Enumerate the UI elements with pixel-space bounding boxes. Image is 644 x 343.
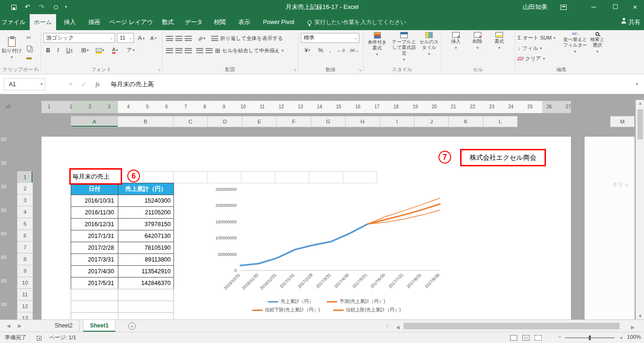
value-cell[interactable]: 64207130 — [118, 230, 174, 242]
sort-filter-button[interactable]: AZ↓並べ替えとフィルター▾ — [563, 32, 587, 55]
clipboard-dialog-launcher-icon[interactable]: ↘ — [36, 68, 39, 72]
column-header[interactable]: C — [173, 116, 208, 127]
increase-font-button[interactable]: A▲ — [136, 33, 147, 43]
value-cell[interactable]: 113542910 — [118, 266, 174, 278]
currency-format-button[interactable]: ¥▾ — [301, 45, 314, 55]
tell-me-box[interactable]: 実行したい作業を入力してください — [307, 14, 406, 30]
bold-button[interactable]: B — [43, 45, 53, 55]
close-button[interactable]: × — [626, 0, 644, 14]
horizontal-scroll-thumb[interactable] — [404, 323, 619, 329]
scroll-down-icon[interactable]: ▼ — [636, 314, 644, 318]
macro-record-icon[interactable] — [37, 335, 41, 341]
formula-input[interactable]: 毎月末の売上高 — [111, 78, 154, 90]
insert-function-button[interactable]: fx — [91, 78, 104, 90]
column-header[interactable]: D — [208, 116, 242, 127]
column-header[interactable]: K — [449, 116, 483, 127]
forecast-chart[interactable]: 0500000001000000001500000002000000002500… — [205, 184, 448, 320]
page-break-view-button[interactable] — [535, 335, 542, 341]
fill-button[interactable]: ↓フィル▾ — [518, 43, 542, 53]
decrease-decimal-button[interactable]: .00→ — [348, 45, 360, 55]
row-header[interactable]: 7 — [17, 242, 33, 253]
merge-center-button[interactable]: ⊞セルを結合して中央揃え▾ — [215, 45, 283, 56]
number-dialog-launcher-icon[interactable]: ↘ — [358, 68, 362, 72]
tab-draw[interactable]: 描画 — [83, 14, 105, 30]
vertical-scrollbar[interactable]: ▲ ▼ — [636, 100, 644, 319]
decrease-indent-button[interactable] — [195, 46, 204, 56]
format-as-table-button[interactable]: テーブルとして書式設定▾ — [390, 32, 418, 63]
cell-styles-button[interactable]: セルのスタイル▾ — [419, 32, 439, 57]
value-cell[interactable]: 142846370 — [118, 278, 174, 289]
column-header[interactable]: H — [346, 116, 380, 127]
autosum-button[interactable]: Σオート SUM▾ — [518, 33, 555, 42]
sheet-tab-sheet2[interactable]: Sheet2 — [48, 320, 80, 332]
column-header[interactable]: B — [118, 116, 173, 127]
row-header[interactable]: 6 — [17, 230, 33, 242]
value-cell[interactable]: 78105190 — [118, 242, 174, 254]
paste-button[interactable]: 貼り付け ▾ — [1, 32, 22, 64]
row-header[interactable]: 12 — [17, 301, 33, 312]
horizontal-scrollbar[interactable]: ◀ ▶ — [395, 321, 636, 331]
account-name[interactable]: 山田知美 — [519, 0, 552, 14]
date-cell[interactable]: 2017/1/31 — [71, 230, 118, 242]
percent-format-button[interactable]: % — [316, 45, 325, 55]
value-cell[interactable]: 89113800 — [118, 254, 174, 266]
increase-indent-button[interactable] — [205, 46, 213, 56]
row-header[interactable]: 8 — [17, 253, 33, 265]
alignment-dialog-launcher-icon[interactable]: ↘ — [293, 68, 297, 72]
increase-decimal-button[interactable]: ←.0 — [335, 45, 347, 55]
value-cell[interactable]: 15240300 — [118, 195, 174, 207]
underline-button[interactable]: U▾ — [63, 45, 75, 55]
align-middle-button[interactable] — [174, 33, 183, 43]
empty-cell[interactable] — [71, 301, 118, 313]
row-header[interactable]: 10 — [17, 277, 33, 289]
date-cell[interactable]: 2016/10/31 — [71, 195, 118, 207]
row-header[interactable]: 5 — [17, 218, 33, 230]
column-header[interactable]: G — [311, 116, 346, 127]
align-center-button[interactable] — [174, 46, 183, 56]
format-painter-button[interactable] — [24, 54, 34, 63]
date-cell[interactable]: 2017/5/31 — [71, 278, 118, 289]
zoom-level[interactable]: 100% — [627, 334, 641, 340]
tab-review[interactable]: 校閲 — [209, 14, 231, 30]
minimize-button[interactable]: ─ — [586, 0, 601, 14]
ribbon-display-options-button[interactable] — [557, 0, 570, 14]
date-cell[interactable]: 2017/4/30 — [71, 266, 118, 278]
sheet-nav-right-icon[interactable]: ▶ — [18, 320, 22, 332]
column-header-far[interactable]: M — [610, 116, 635, 127]
legend-item[interactable]: 信頼上限(売上累計（円）) — [333, 307, 401, 313]
row-header[interactable]: 11 — [17, 289, 33, 301]
column-header[interactable]: F — [277, 116, 311, 127]
new-sheet-button[interactable]: ＋ — [128, 322, 136, 330]
align-right-button[interactable] — [184, 46, 192, 56]
row-header[interactable]: 2 — [17, 183, 33, 195]
formula-bar-expand-icon[interactable]: ▾ — [633, 78, 641, 90]
wrap-text-button[interactable]: 折り返して全体を表示する — [211, 33, 283, 43]
font-size-select[interactable]: 11⌄ — [117, 33, 134, 43]
fill-color-button[interactable]: ▾ — [93, 45, 107, 55]
align-bottom-button[interactable] — [184, 33, 192, 43]
page-layout-view-button[interactable] — [522, 335, 529, 341]
row-header[interactable]: 4 — [17, 206, 33, 218]
tab-insert[interactable]: 挿入 — [59, 14, 81, 30]
cut-button[interactable]: ✂ — [24, 33, 34, 42]
font-name-select[interactable]: 游ゴシック⌄ — [43, 33, 115, 43]
date-cell[interactable]: 2016/11/30 — [71, 207, 118, 219]
tab-file[interactable]: ファイル — [0, 14, 27, 30]
column-header[interactable]: A — [71, 116, 118, 127]
scroll-up-icon[interactable]: ▲ — [636, 101, 644, 106]
name-box[interactable]: A1▾ — [4, 78, 45, 90]
date-cell[interactable]: 2017/3/31 — [71, 254, 118, 266]
row-header[interactable]: 3 — [17, 195, 33, 206]
tab-data[interactable]: データ — [182, 14, 206, 30]
tab-splitter-icon[interactable]: ⁞ — [387, 320, 388, 332]
column-header[interactable]: J — [414, 116, 449, 127]
align-left-button[interactable] — [165, 46, 173, 56]
font-dialog-launcher-icon[interactable]: ↘ — [157, 68, 161, 72]
date-cell[interactable]: 2016/12/31 — [71, 219, 118, 230]
sales-column-header[interactable]: 売上累計（円） — [118, 183, 174, 195]
clear-button[interactable]: クリア▾ — [518, 54, 545, 63]
empty-cell[interactable] — [118, 301, 174, 313]
row-header[interactable]: 1 — [17, 171, 33, 183]
value-cell[interactable]: 37978150 — [118, 219, 174, 230]
number-format-select[interactable]: 標準⌄ — [301, 33, 359, 43]
